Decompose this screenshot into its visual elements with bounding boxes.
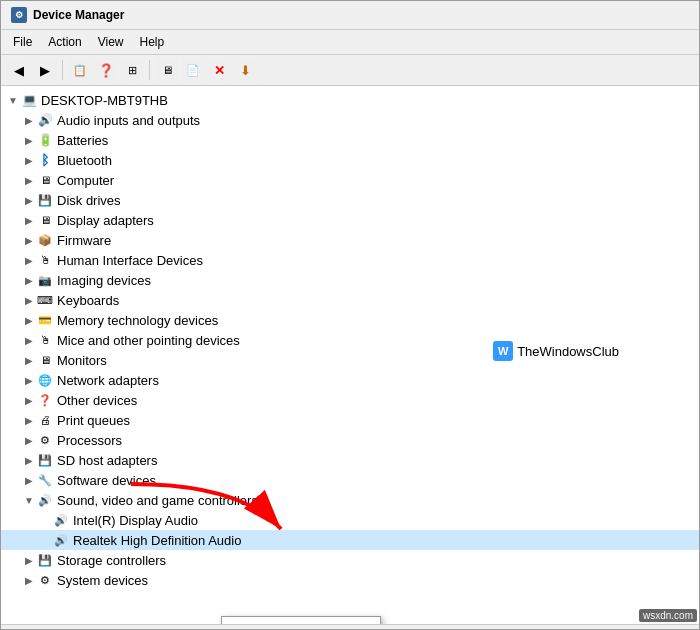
context-menu-update-driver[interactable]: Update driver [222,617,380,624]
toolbar-help-btn[interactable]: ❓ [94,58,118,82]
toolbar-grid-btn[interactable]: ⊞ [120,58,144,82]
sd-label: SD host adapters [57,453,157,468]
network-icon: 🌐 [37,372,53,388]
tree-item-storage[interactable]: ▶ 💾 Storage controllers [1,550,699,570]
tree-item-system[interactable]: ▶ ⚙ System devices [1,570,699,590]
print-icon: 🖨 [37,412,53,428]
mice-label: Mice and other pointing devices [57,333,240,348]
system-icon: ⚙ [37,572,53,588]
tree-item-firmware[interactable]: ▶ 📦 Firmware [1,230,699,250]
network-label: Network adapters [57,373,159,388]
status-bar [1,624,699,629]
tree-item-display[interactable]: ▶ 🖥 Display adapters [1,210,699,230]
tree-item-mice[interactable]: ▶ 🖱 Mice and other pointing devices [1,330,699,350]
tree-item-software[interactable]: ▶ 🔧 Software devices [1,470,699,490]
keyboards-icon: ⌨ [37,292,53,308]
menu-action[interactable]: Action [40,32,89,52]
tree-item-processors[interactable]: ▶ ⚙ Processors [1,430,699,450]
root-label: DESKTOP-MBT9THB [41,93,168,108]
toolbar-scan-btn[interactable]: 📄 [181,58,205,82]
tree-item-print[interactable]: ▶ 🖨 Print queues [1,410,699,430]
disk-icon: 💾 [37,192,53,208]
menu-bar: File Action View Help [1,30,699,55]
processors-icon: ⚙ [37,432,53,448]
expand-processors-icon: ▶ [21,432,37,448]
menu-help[interactable]: Help [132,32,173,52]
tree-item-computer[interactable]: ▶ 🖥 Computer [1,170,699,190]
hid-label: Human Interface Devices [57,253,203,268]
display-icon: 🖥 [37,212,53,228]
audio-icon: 🔊 [37,112,53,128]
expand-sd-icon: ▶ [21,452,37,468]
title-bar: ⚙ Device Manager [1,1,699,30]
firmware-label: Firmware [57,233,111,248]
tree-item-intel-audio[interactable]: 🔊 Intel(R) Display Audio [1,510,699,530]
expand-print-icon: ▶ [21,412,37,428]
device-manager-window: ⚙ Device Manager File Action View Help ◀… [0,0,700,630]
expand-realtek-icon [37,532,53,548]
tree-item-realtek[interactable]: 🔊 Realtek High Definition Audio [1,530,699,550]
system-label: System devices [57,573,148,588]
software-icon: 🔧 [37,472,53,488]
tree-item-imaging[interactable]: ▶ 📷 Imaging devices [1,270,699,290]
toolbar-forward-btn[interactable]: ▶ [33,58,57,82]
expand-monitors-icon: ▶ [21,352,37,368]
disk-label: Disk drives [57,193,121,208]
tree-item-hid[interactable]: ▶ 🖱 Human Interface Devices [1,250,699,270]
expand-imaging-icon: ▶ [21,272,37,288]
sd-icon: 💾 [37,452,53,468]
tree-item-batteries[interactable]: ▶ 🔋 Batteries [1,130,699,150]
tree-view[interactable]: ▼ 💻 DESKTOP-MBT9THB ▶ 🔊 Audio inputs and… [1,86,699,624]
tree-item-bluetooth[interactable]: ▶ ᛒ Bluetooth [1,150,699,170]
intel-audio-icon: 🔊 [53,512,69,528]
expand-root-icon: ▼ [5,92,21,108]
expand-batteries-icon: ▶ [21,132,37,148]
sound-label: Sound, video and game controllers [57,493,258,508]
toolbar-back-btn[interactable]: ◀ [7,58,31,82]
expand-computer-icon: ▶ [21,172,37,188]
monitors-icon: 🖥 [37,352,53,368]
expand-memory-icon: ▶ [21,312,37,328]
menu-view[interactable]: View [90,32,132,52]
toolbar-monitor-btn[interactable]: 🖥 [155,58,179,82]
expand-mice-icon: ▶ [21,332,37,348]
tree-root[interactable]: ▼ 💻 DESKTOP-MBT9THB [1,90,699,110]
expand-keyboards-icon: ▶ [21,292,37,308]
imaging-label: Imaging devices [57,273,151,288]
other-label: Other devices [57,393,137,408]
tree-item-audio[interactable]: ▶ 🔊 Audio inputs and outputs [1,110,699,130]
toolbar-down-btn[interactable]: ⬇ [233,58,257,82]
expand-system-icon: ▶ [21,572,37,588]
print-label: Print queues [57,413,130,428]
expand-software-icon: ▶ [21,472,37,488]
tree-item-other[interactable]: ▶ ❓ Other devices [1,390,699,410]
tree-item-network[interactable]: ▶ 🌐 Network adapters [1,370,699,390]
tree-item-monitors[interactable]: ▶ 🖥 Monitors [1,350,699,370]
software-label: Software devices [57,473,156,488]
intel-audio-label: Intel(R) Display Audio [73,513,198,528]
imaging-icon: 📷 [37,272,53,288]
toolbar-remove-btn[interactable]: ✕ [207,58,231,82]
batteries-label: Batteries [57,133,108,148]
expand-other-icon: ▶ [21,392,37,408]
wsxdn-badge: wsxdn.com [639,609,697,622]
toolbar-properties-btn[interactable]: 📋 [68,58,92,82]
expand-display-icon: ▶ [21,212,37,228]
expand-storage-icon: ▶ [21,552,37,568]
menu-file[interactable]: File [5,32,40,52]
computer-label: Computer [57,173,114,188]
expand-hid-icon: ▶ [21,252,37,268]
context-menu: Update driver Disable device [221,616,381,624]
tree-item-sound[interactable]: ▼ 🔊 Sound, video and game controllers [1,490,699,510]
batteries-icon: 🔋 [37,132,53,148]
bluetooth-label: Bluetooth [57,153,112,168]
toolbar-separator-1 [62,60,63,80]
tree-item-keyboards[interactable]: ▶ ⌨ Keyboards [1,290,699,310]
tree-item-memory[interactable]: ▶ 💳 Memory technology devices [1,310,699,330]
storage-icon: 💾 [37,552,53,568]
processors-label: Processors [57,433,122,448]
hid-icon: 🖱 [37,252,53,268]
tree-item-disk[interactable]: ▶ 💾 Disk drives [1,190,699,210]
memory-label: Memory technology devices [57,313,218,328]
tree-item-sd[interactable]: ▶ 💾 SD host adapters [1,450,699,470]
